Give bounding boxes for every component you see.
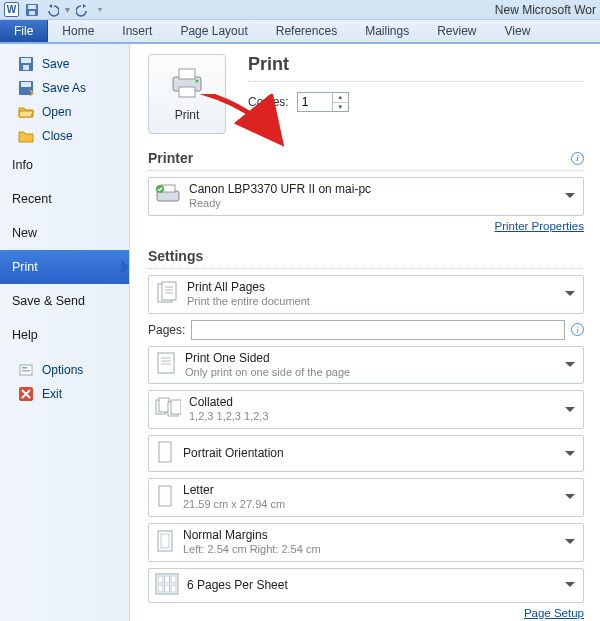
save-as-icon: [18, 80, 34, 96]
sidebar-label: Exit: [42, 387, 62, 401]
svg-rect-31: [171, 400, 181, 414]
margins-line2: Left: 2.54 cm Right: 2.54 cm: [183, 543, 577, 557]
tab-home[interactable]: Home: [48, 20, 108, 42]
printer-selector[interactable]: Canon LBP3370 UFR II on mai-pc Ready: [148, 177, 584, 216]
paper-line2: 21.59 cm x 27.94 cm: [183, 498, 577, 512]
pages-label: Pages:: [148, 323, 185, 337]
tab-page-layout[interactable]: Page Layout: [166, 20, 261, 42]
print-button-label: Print: [175, 108, 200, 122]
printer-icon: [169, 67, 205, 102]
page-single-icon: [155, 351, 177, 378]
orientation-line1: Portrait Orientation: [183, 446, 577, 461]
info-icon[interactable]: i: [571, 323, 584, 336]
tab-references[interactable]: References: [262, 20, 351, 42]
svg-rect-5: [23, 65, 29, 70]
redo-icon[interactable]: [76, 3, 90, 17]
pages-per-sheet-selector[interactable]: 6 Pages Per Sheet: [148, 568, 584, 603]
svg-rect-20: [162, 282, 176, 300]
copies-input[interactable]: [298, 93, 332, 111]
tab-review[interactable]: Review: [423, 20, 490, 42]
folder-close-icon: [18, 128, 34, 144]
sidebar-label: Info: [12, 158, 33, 172]
pps-line1: 6 Pages Per Sheet: [187, 578, 577, 593]
svg-rect-4: [21, 58, 31, 63]
collate-line2: 1,2,3 1,2,3 1,2,3: [189, 410, 577, 424]
print-panel: Print Print Copies: ▲ ▼: [130, 44, 600, 621]
print-button[interactable]: Print: [148, 54, 226, 134]
sidebar-item-open[interactable]: Open: [0, 100, 129, 124]
settings-section-title: Settings: [148, 248, 203, 264]
margins-icon: [155, 529, 175, 556]
info-icon[interactable]: i: [571, 152, 584, 165]
sides-selector[interactable]: Print One Sided Only print on one side o…: [148, 346, 584, 385]
sidebar-label: Recent: [12, 192, 52, 206]
sidebar-label: Options: [42, 363, 83, 377]
collate-selector[interactable]: Collated 1,2,3 1,2,3 1,2,3: [148, 390, 584, 429]
sidebar-item-info[interactable]: Info: [0, 148, 129, 182]
svg-rect-32: [159, 442, 171, 462]
chevron-down-icon: [565, 539, 575, 549]
pages-stack-icon: [155, 281, 179, 308]
tab-file[interactable]: File: [0, 20, 48, 42]
tab-insert[interactable]: Insert: [108, 20, 166, 42]
spinner-up-icon[interactable]: ▲: [333, 93, 348, 103]
title-bar: W ▾ ▾ New Microsoft Wor: [0, 0, 600, 20]
print-range-selector[interactable]: Print All Pages Print the entire documen…: [148, 275, 584, 314]
sidebar-label: Print: [12, 260, 38, 274]
sidebar-item-save-as[interactable]: Save As: [0, 76, 129, 100]
sidebar-item-help[interactable]: Help: [0, 318, 129, 352]
sidebar-item-close[interactable]: Close: [0, 124, 129, 148]
save-icon[interactable]: [25, 3, 39, 17]
pages-input[interactable]: [191, 320, 565, 340]
tab-view[interactable]: View: [491, 20, 545, 42]
tab-mailings[interactable]: Mailings: [351, 20, 423, 42]
collated-icon: [155, 397, 181, 422]
sidebar-item-new[interactable]: New: [0, 216, 129, 250]
save-icon: [18, 56, 34, 72]
sidebar-label: Close: [42, 129, 73, 143]
backstage-sidebar: Save Save As Open Close Info Recent New …: [0, 44, 130, 621]
word-app-icon[interactable]: W: [4, 2, 19, 17]
svg-rect-36: [156, 574, 178, 594]
page-setup-link[interactable]: Page Setup: [148, 607, 584, 619]
svg-point-15: [196, 79, 199, 82]
chevron-down-icon: [565, 494, 575, 504]
printer-properties-link[interactable]: Printer Properties: [148, 220, 584, 232]
print-title: Print: [248, 54, 584, 82]
printer-ready-icon: [155, 184, 181, 209]
margins-selector[interactable]: Normal Margins Left: 2.54 cm Right: 2.54…: [148, 523, 584, 562]
sidebar-item-exit[interactable]: Exit: [0, 382, 129, 406]
svg-rect-13: [179, 69, 195, 79]
svg-rect-9: [22, 367, 27, 369]
sidebar-item-save-send[interactable]: Save & Send: [0, 284, 129, 318]
sidebar-label: Help: [12, 328, 38, 342]
print-range-line2: Print the entire document: [187, 295, 577, 309]
sidebar-item-options[interactable]: Options: [0, 358, 129, 382]
orientation-selector[interactable]: Portrait Orientation: [148, 435, 584, 472]
ribbon: File Home Insert Page Layout References …: [0, 20, 600, 44]
sidebar-item-save[interactable]: Save: [0, 52, 129, 76]
portrait-icon: [155, 440, 175, 467]
spinner-down-icon[interactable]: ▼: [333, 103, 348, 112]
sidebar-item-recent[interactable]: Recent: [0, 182, 129, 216]
chevron-down-icon: [565, 193, 575, 203]
svg-rect-33: [159, 486, 171, 506]
chevron-down-icon: [565, 407, 575, 417]
chevron-down-icon: [565, 582, 575, 592]
sides-line1: Print One Sided: [185, 351, 577, 366]
svg-rect-24: [158, 353, 174, 373]
sidebar-label: Open: [42, 105, 71, 119]
print-range-line1: Print All Pages: [187, 280, 577, 295]
copies-spinner[interactable]: ▲ ▼: [297, 92, 349, 112]
svg-rect-14: [179, 87, 195, 97]
copies-label: Copies:: [248, 95, 289, 109]
printer-status: Ready: [189, 197, 577, 211]
undo-icon[interactable]: [45, 3, 59, 17]
sidebar-item-print[interactable]: Print: [0, 250, 129, 284]
paper-size-selector[interactable]: Letter 21.59 cm x 27.94 cm: [148, 478, 584, 517]
qat-customize-icon[interactable]: ▾: [98, 5, 102, 14]
sidebar-label: Save & Send: [12, 294, 85, 308]
svg-rect-2: [29, 11, 35, 15]
folder-open-icon: [18, 104, 34, 120]
printer-name: Canon LBP3370 UFR II on mai-pc: [189, 182, 577, 197]
